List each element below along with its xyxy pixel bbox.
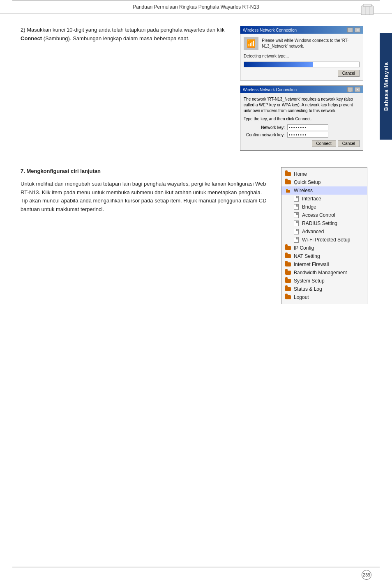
menu-item-bandwidth[interactable]: Bandwidth Management: [281, 269, 367, 277]
menu-access-control-label: Access Control: [302, 212, 335, 218]
nav-menu: Home Quick Setup Wireless: [281, 167, 367, 304]
dialog2-network-key-row: Network key: ••••••••: [244, 124, 360, 130]
menu-item-firewall[interactable]: Internet Firewall: [281, 260, 367, 269]
section-7-paragraph: Untuk melihat dan mengubah suai tetapan …: [21, 180, 269, 214]
menu-logout-label: Logout: [294, 294, 309, 300]
menu-nat-label: NAT Setting: [294, 253, 320, 259]
dialog2-key-dots: ••••••••: [289, 125, 307, 130]
menu-item-radius[interactable]: RADIUS Setting: [281, 219, 367, 227]
header-title: Panduan Permulaan Ringkas Penghala Wayar…: [133, 4, 259, 10]
page-footer: 239: [362, 570, 371, 580]
bottom-border: [12, 567, 380, 567]
section-7-screenshot: Home Quick Setup Wireless: [281, 167, 367, 304]
dialog2-btn-row: Connect Cancel: [244, 140, 360, 147]
radius-icon: [293, 220, 300, 226]
step-2-bold: Connect: [21, 35, 42, 41]
dialog2-titlebar: Wireless Network Connection _ ✕: [240, 86, 363, 93]
section-2-text: 2) Masukkan kunci 10-digit yang anda tel…: [21, 26, 228, 151]
advanced-icon: [293, 229, 300, 234]
dialog1-cancel-button[interactable]: Cancel: [338, 70, 360, 77]
logout-icon: [285, 294, 291, 300]
dialog1-close-btn[interactable]: ✕: [355, 28, 360, 32]
dialog1-wifi-icon: 📶: [244, 37, 258, 50]
menu-wifi-protected-label: Wi-Fi Protected Setup: [302, 237, 350, 243]
dialog1-status-text: Detecting network type...: [244, 53, 360, 59]
bandwidth-icon: [285, 270, 291, 276]
dialog2-connect-button[interactable]: Connect: [312, 140, 336, 147]
menu-bandwidth-label: Bandwidth Management: [294, 270, 347, 276]
quick-setup-icon: [285, 179, 291, 185]
dialog2-confirm-dots: ••••••••: [289, 133, 307, 137]
dialog1-titlebar: Wireless Network Connection _ ✕: [240, 26, 363, 34]
logo: [359, 2, 376, 17]
section-7-heading: 7. Mengkonfigurasi ciri lanjutan: [21, 167, 269, 176]
dialog2-body-text: The network 'RT-N13_Network' requires a …: [244, 96, 360, 114]
dialog2-confirm-key-input[interactable]: ••••••••: [287, 132, 328, 138]
menu-wireless-label: Wireless: [294, 188, 313, 193]
menu-item-interface[interactable]: Interface: [281, 195, 367, 203]
nat-icon: [285, 253, 291, 259]
dialog2-cancel-button[interactable]: Cancel: [338, 140, 360, 147]
dialog2-close-btn[interactable]: ✕: [355, 87, 360, 92]
menu-home-label: Home: [294, 171, 307, 177]
dialog2-network-key-input[interactable]: ••••••••: [287, 124, 328, 130]
svg-rect-0: [361, 6, 374, 15]
wifi-symbol: 📶: [247, 39, 256, 48]
section-7: 7. Mengkonfigurasi ciri lanjutan Untuk m…: [21, 167, 367, 304]
svg-rect-5: [286, 189, 288, 191]
dialog2-network-key-label: Network key:: [244, 125, 285, 130]
menu-item-advanced[interactable]: Advanced: [281, 227, 367, 236]
menu-item-access-control[interactable]: Access Control: [281, 211, 367, 219]
ip-config-icon: [285, 245, 291, 251]
home-icon: [285, 171, 291, 177]
dialog1-btn-row: Cancel: [244, 70, 360, 77]
main-content: 2) Masukkan kunci 10-digit yang anda tel…: [0, 14, 392, 312]
page-number: 239: [362, 570, 371, 580]
menu-interface-label: Interface: [302, 196, 321, 202]
menu-item-wifi-protected[interactable]: Wi-Fi Protected Setup: [281, 236, 367, 244]
step-2-text1: Masukkan kunci 10-digit yang anda telah …: [27, 27, 224, 33]
menu-item-system-setup[interactable]: System Setup: [281, 277, 367, 285]
dialog2-title: Wireless Network Connection: [243, 87, 297, 92]
dialog2-minimize-btn[interactable]: _: [347, 87, 353, 92]
dialog2-instruction: Type the key, and then click Connect.: [244, 116, 360, 122]
dialog2-confirm-key-row: Confirm network key: ••••••••: [244, 132, 360, 138]
interface-icon: [293, 196, 300, 202]
dialog1-progress-fill: [244, 62, 313, 67]
dialog2-body: The network 'RT-N13_Network' requires a …: [240, 93, 363, 150]
step-2-number: 2): [21, 27, 25, 33]
menu-firewall-label: Internet Firewall: [294, 262, 329, 267]
section-2-screenshots: Wireless Network Connection _ ✕ 📶 Please…: [240, 26, 367, 151]
menu-system-setup-label: System Setup: [294, 278, 325, 284]
side-tab-label: Bahasa Malaysia: [380, 33, 392, 140]
bridge-icon: [293, 204, 300, 210]
wifi-protected-icon: [293, 237, 300, 243]
menu-radius-label: RADIUS Setting: [302, 220, 337, 226]
page-header: Panduan Permulaan Ringkas Penghala Wayar…: [0, 1, 392, 14]
menu-item-home[interactable]: Home: [281, 170, 367, 178]
menu-status-log-label: Status & Log: [294, 286, 322, 292]
menu-item-bridge[interactable]: Bridge: [281, 203, 367, 211]
menu-advanced-label: Advanced: [302, 229, 324, 234]
menu-item-status-log[interactable]: Status & Log: [281, 285, 367, 293]
access-control-icon: [293, 212, 300, 218]
menu-item-ip-config[interactable]: IP Config: [281, 244, 367, 252]
system-setup-icon: [285, 278, 291, 284]
dialog-network-key: Wireless Network Connection _ ✕ The netw…: [240, 85, 363, 151]
dialog1-body-text: Please wait while Windows connects to th…: [262, 38, 360, 49]
section-2: 2) Masukkan kunci 10-digit yang anda tel…: [21, 26, 367, 151]
step-2-text2: (Sambung). Sambungan lengkap dalam masa …: [44, 35, 190, 41]
menu-item-nat[interactable]: NAT Setting: [281, 252, 367, 260]
dialog1-body: 📶 Please wait while Windows connects to …: [240, 34, 363, 80]
dialog2-confirm-key-label: Confirm network key:: [244, 133, 285, 137]
dialog1-minimize-btn[interactable]: _: [347, 28, 353, 32]
status-log-icon: [285, 286, 291, 292]
menu-item-logout[interactable]: Logout: [281, 293, 367, 301]
svg-rect-1: [363, 4, 371, 7]
wireless-icon: [285, 188, 291, 193]
menu-item-wireless[interactable]: Wireless: [281, 186, 367, 195]
firewall-icon: [285, 262, 291, 267]
dialog-connecting: Wireless Network Connection _ ✕ 📶 Please…: [240, 26, 363, 80]
menu-ip-config-label: IP Config: [294, 245, 314, 251]
menu-item-quick-setup[interactable]: Quick Setup: [281, 178, 367, 186]
